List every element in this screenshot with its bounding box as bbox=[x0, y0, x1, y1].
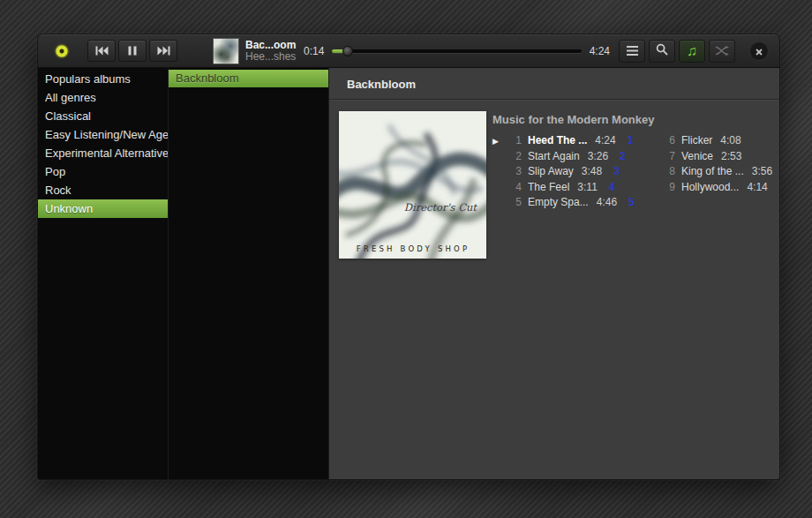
track-number: 2 bbox=[508, 150, 522, 162]
menu-button[interactable] bbox=[619, 40, 645, 63]
now-playing-info: Bac...oom Hee...shes bbox=[245, 40, 297, 63]
genre-item[interactable]: Rock bbox=[38, 181, 168, 199]
album-info: Music for the Modern Monkey ▶ 1 Heed The… bbox=[486, 111, 770, 259]
skip-next-icon bbox=[157, 46, 170, 56]
track-list: ▶ 1 Heed The ... 4:24 1 ▶ 2 bbox=[492, 134, 770, 212]
track-duration: 3:48 bbox=[582, 165, 602, 177]
album-title: Music for the Modern Monkey bbox=[492, 113, 770, 126]
track-row[interactable]: ▶ 2 Start Again 3:26 2 bbox=[492, 150, 658, 166]
album-block: Director's Cut FRESH BODY SHOP Music for… bbox=[329, 100, 779, 270]
track-title: The Feel bbox=[528, 181, 569, 193]
track-title: Slip Away bbox=[528, 165, 574, 177]
genre-item[interactable]: Experimental Alternative bbox=[38, 144, 168, 162]
track-number: 5 bbox=[508, 196, 522, 208]
track-row[interactable]: ▶ 7 Venice 2:53 bbox=[662, 150, 779, 166]
shuffle-icon bbox=[716, 43, 729, 59]
track-title: Venice bbox=[681, 150, 713, 162]
elapsed-time: 0:14 bbox=[304, 45, 324, 57]
pause-button[interactable] bbox=[118, 40, 147, 62]
track-number: 7 bbox=[662, 150, 675, 162]
search-icon bbox=[656, 43, 668, 59]
queue-position-badge: 3 bbox=[613, 165, 620, 177]
genre-item[interactable]: Easy Listening/New Age bbox=[38, 125, 168, 144]
menu-icon bbox=[627, 43, 638, 59]
close-icon bbox=[756, 43, 763, 59]
queue-position-badge: 5 bbox=[628, 196, 635, 208]
main-area: Populars albums All genres Classical Eas… bbox=[38, 68, 779, 479]
genres-list: Populars albums All genres Classical Eas… bbox=[38, 68, 169, 479]
track-title: Start Again bbox=[528, 150, 580, 162]
skip-previous-icon bbox=[95, 46, 109, 56]
genre-item[interactable]: All genres bbox=[38, 88, 168, 107]
track-row[interactable]: ▶ 8 King of the ... 3:56 bbox=[662, 165, 779, 181]
track-row[interactable]: ▶ 9 Hollywood... 4:14 bbox=[662, 181, 779, 197]
album-item[interactable]: Backnbloom bbox=[169, 70, 328, 87]
track-number: 8 bbox=[662, 165, 675, 177]
transport-controls bbox=[87, 40, 177, 62]
now-playing-title: Bac...oom bbox=[245, 40, 297, 51]
track-row[interactable]: ▶ 4 The Feel 3:11 4 bbox=[492, 181, 658, 197]
track-title: Empty Spa... bbox=[528, 196, 589, 208]
track-number: 9 bbox=[662, 181, 675, 193]
track-number: 1 bbox=[508, 134, 522, 146]
music-note-icon: ♫ bbox=[687, 44, 697, 58]
total-time: 4:24 bbox=[590, 45, 610, 57]
now-playing-artist: Hee...shes bbox=[245, 51, 297, 63]
track-number: 4 bbox=[508, 181, 522, 193]
genre-item[interactable]: Pop bbox=[38, 162, 168, 181]
track-title: Hollywood... bbox=[681, 181, 739, 193]
genre-item[interactable]: Classical bbox=[38, 107, 168, 125]
queue-position-badge: 2 bbox=[620, 150, 626, 162]
track-duration: 4:14 bbox=[747, 181, 767, 193]
track-duration: 4:46 bbox=[597, 196, 617, 208]
album-artwork[interactable]: Director's Cut FRESH BODY SHOP bbox=[339, 111, 486, 259]
seek-handle[interactable] bbox=[342, 46, 353, 56]
playing-indicator-icon: ▶ bbox=[492, 137, 504, 146]
genre-item[interactable]: Populars albums bbox=[38, 70, 168, 88]
track-duration: 2:53 bbox=[721, 150, 741, 162]
track-row[interactable]: ▶ 1 Heed The ... 4:24 1 bbox=[492, 134, 658, 150]
track-duration: 3:26 bbox=[588, 150, 608, 162]
next-button[interactable] bbox=[149, 40, 177, 62]
seek-track bbox=[332, 49, 581, 53]
music-player-window: Bac...oom Hee...shes 0:14 4:24 ♫ bbox=[37, 34, 780, 480]
track-duration: 3:56 bbox=[752, 165, 772, 177]
track-number: 3 bbox=[508, 165, 522, 177]
pause-icon bbox=[128, 46, 137, 56]
art-script-text: Director's Cut bbox=[404, 201, 478, 214]
track-title: Heed The ... bbox=[528, 134, 587, 146]
albums-list: Backnbloom bbox=[169, 68, 329, 479]
close-button[interactable] bbox=[749, 41, 769, 61]
queue-position-badge: 1 bbox=[628, 134, 634, 146]
track-duration: 3:11 bbox=[577, 181, 597, 193]
album-detail-header: Backnbloom bbox=[329, 68, 779, 100]
now-playing-artwork[interactable] bbox=[213, 38, 239, 64]
track-title: Flicker bbox=[681, 134, 712, 146]
track-duration: 4:08 bbox=[720, 134, 741, 146]
toolbar: Bac...oom Hee...shes 0:14 4:24 ♫ bbox=[38, 34, 779, 68]
track-column-left: ▶ 1 Heed The ... 4:24 1 ▶ 2 bbox=[492, 134, 658, 212]
album-detail-pane: Backnbloom Dir bbox=[329, 68, 779, 479]
track-duration: 4:24 bbox=[595, 134, 615, 146]
track-number: 6 bbox=[662, 134, 675, 146]
toolbar-buttons: ♫ bbox=[619, 40, 735, 63]
music-collection-button[interactable]: ♫ bbox=[679, 40, 705, 63]
previous-button[interactable] bbox=[87, 40, 116, 62]
genre-item[interactable]: Unknown bbox=[38, 199, 168, 218]
track-row[interactable]: ▶ 6 Flicker 4:08 bbox=[662, 134, 779, 150]
queue-position-badge: 4 bbox=[609, 181, 615, 193]
search-button[interactable] bbox=[649, 40, 675, 63]
track-title: King of the ... bbox=[681, 165, 744, 177]
app-glow-icon bbox=[54, 43, 70, 59]
track-column-right: ▶ 6 Flicker 4:08 ▶ 7 Ven bbox=[662, 134, 779, 196]
track-row[interactable]: ▶ 5 Empty Spa... 4:46 5 bbox=[492, 196, 658, 212]
seek-slider[interactable] bbox=[332, 45, 581, 57]
shuffle-button[interactable] bbox=[709, 40, 735, 63]
art-band-text: FRESH BODY SHOP bbox=[357, 244, 470, 253]
track-row[interactable]: ▶ 3 Slip Away 3:48 3 bbox=[492, 165, 658, 181]
